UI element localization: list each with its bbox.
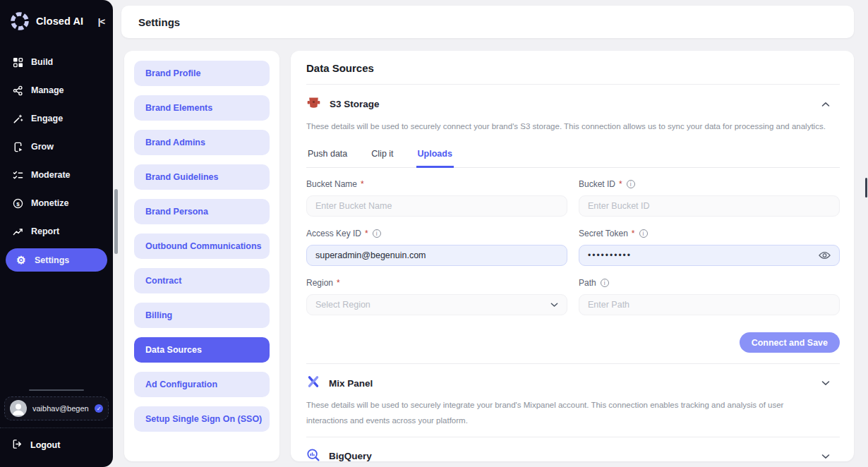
mixpanel-section-header: Mix Panel xyxy=(306,375,840,392)
settings-nav-label: Outbound Communications xyxy=(145,241,262,251)
bucket-name-field: Bucket Name* xyxy=(306,172,567,217)
settings-nav: Brand Profile Brand Elements Brand Admin… xyxy=(124,51,279,461)
required-mark: * xyxy=(337,278,340,288)
section-title: Data Sources xyxy=(306,62,840,74)
sidebar-item-moderate[interactable]: Moderate xyxy=(0,161,113,189)
tab-uploads[interactable]: Uploads xyxy=(416,143,454,168)
sidebar-item-label: Grow xyxy=(31,142,54,152)
settings-nav-label: Brand Guidelines xyxy=(145,172,219,182)
app-sidebar: Closed AI |< Build Manage Engage Grow Mo… xyxy=(0,0,113,467)
settings-nav-item-outbound-communications[interactable]: Outbound Communications xyxy=(134,233,270,259)
user-account-card[interactable]: vaibhav@begenu... xyxy=(4,396,109,420)
access-key-field: Access Key ID* xyxy=(306,222,567,266)
s3-section-header: S3 Storage xyxy=(306,95,840,113)
sidebar-item-engage[interactable]: Engage xyxy=(0,104,113,133)
logout-label: Logout xyxy=(30,440,60,450)
grid-icon xyxy=(12,56,23,68)
settings-nav-item-brand-admins[interactable]: Brand Admins xyxy=(134,130,270,155)
avatar xyxy=(10,400,27,417)
settings-nav-item-sso[interactable]: Setup Single Sign On (SSO) xyxy=(134,406,270,432)
page-scrollbar-thumb[interactable] xyxy=(114,189,118,254)
settings-nav-item-brand-profile[interactable]: Brand Profile xyxy=(134,61,270,86)
bucket-name-input[interactable] xyxy=(306,195,567,217)
sidebar-item-label: Build xyxy=(31,57,53,67)
mixpanel-description: These details will be used to securely i… xyxy=(306,398,821,428)
bucket-id-input[interactable] xyxy=(579,195,840,217)
settings-nav-item-brand-elements[interactable]: Brand Elements xyxy=(134,95,270,121)
masked-password: •••••••••• xyxy=(588,250,632,260)
access-key-label: Access Key ID* xyxy=(306,229,567,238)
settings-nav-label: Brand Persona xyxy=(145,207,208,217)
sidebar-footer: vaibhav@begenu... Logout xyxy=(0,389,113,467)
share-nodes-icon xyxy=(12,85,23,96)
info-icon[interactable] xyxy=(627,180,635,188)
mixpanel-section-title: Mix Panel xyxy=(329,378,373,389)
bucket-id-field: Bucket ID* xyxy=(579,172,840,217)
settings-nav-item-data-sources[interactable]: Data Sources xyxy=(134,337,270,363)
svg-text:$: $ xyxy=(16,200,20,207)
logout-button[interactable]: Logout xyxy=(0,428,113,461)
brand-logo-icon xyxy=(9,11,30,32)
field-label-text: Bucket ID xyxy=(579,179,615,189)
magic-wand-icon xyxy=(12,113,23,124)
user-email: vaibhav@begenu... xyxy=(32,404,89,413)
checklist-icon xyxy=(12,169,23,181)
tab-clip-it[interactable]: Clip it xyxy=(370,143,394,167)
expand-section-chevron-down-icon[interactable] xyxy=(821,380,830,386)
path-label: Path xyxy=(579,278,840,288)
window-scrollbar-thumb[interactable] xyxy=(865,178,867,198)
region-field: Region* Select Region xyxy=(306,271,567,315)
sidebar-item-label: Monetize xyxy=(31,198,68,208)
chevron-down-icon xyxy=(550,302,558,308)
info-icon[interactable] xyxy=(601,279,609,287)
settings-nav-item-brand-persona[interactable]: Brand Persona xyxy=(134,199,270,224)
sidebar-item-label: Engage xyxy=(31,114,63,123)
required-mark: * xyxy=(619,179,622,189)
sidebar-item-manage[interactable]: Manage xyxy=(0,76,113,104)
required-mark: * xyxy=(365,229,368,238)
sidebar-item-label: Manage xyxy=(31,85,64,95)
field-label-text: Bucket Name xyxy=(306,179,357,189)
settings-nav-label: Contract xyxy=(145,276,181,286)
expand-section-chevron-down-icon[interactable] xyxy=(821,454,830,459)
sidebar-item-monetize[interactable]: $ Monetize xyxy=(0,189,113,217)
settings-nav-label: Brand Elements xyxy=(145,103,212,113)
dollar-circle-icon: $ xyxy=(12,198,23,209)
info-icon[interactable] xyxy=(373,229,381,238)
secret-token-input[interactable]: •••••••••• xyxy=(579,245,840,266)
s3-form: Bucket Name* Bucket ID* Access Key ID* S… xyxy=(306,172,840,320)
settings-nav-item-brand-guidelines[interactable]: Brand Guidelines xyxy=(134,164,270,190)
primary-nav: Build Manage Engage Grow Moderate $ Mone… xyxy=(0,42,113,274)
bucket-id-label: Bucket ID* xyxy=(579,179,840,189)
connect-and-save-button[interactable]: Connect and Save xyxy=(740,332,840,353)
settings-nav-label: Brand Profile xyxy=(145,68,201,78)
tab-push-data[interactable]: Push data xyxy=(306,143,349,167)
s3-bucket-icon xyxy=(306,95,321,113)
collapse-section-chevron-up-icon[interactable] xyxy=(821,102,830,107)
sidebar-item-settings[interactable]: ⚙ Settings xyxy=(6,248,107,272)
data-sources-panel: Data Sources S3 Storage These details wi… xyxy=(291,51,854,461)
path-input[interactable] xyxy=(579,294,840,315)
select-placeholder: Select Region xyxy=(315,300,370,310)
field-label-text: Region xyxy=(306,278,333,288)
settings-nav-label: Setup Single Sign On (SSO) xyxy=(145,414,262,424)
field-label-text: Secret Token xyxy=(579,229,628,238)
sidebar-item-grow[interactable]: Grow xyxy=(0,133,113,161)
collapse-sidebar-icon[interactable]: |< xyxy=(98,16,104,27)
form-actions: Connect and Save xyxy=(306,332,840,353)
field-label-text: Path xyxy=(579,278,596,288)
settings-nav-label: Brand Admins xyxy=(145,138,205,147)
sidebar-item-build[interactable]: Build xyxy=(0,48,113,76)
settings-nav-label: Data Sources xyxy=(145,345,202,355)
access-key-input[interactable] xyxy=(306,245,567,266)
secret-token-field: Secret Token* •••••••••• xyxy=(579,222,840,266)
info-icon[interactable] xyxy=(639,229,648,238)
sidebar-item-report[interactable]: Report xyxy=(0,217,113,245)
settings-nav-item-contract[interactable]: Contract xyxy=(134,268,270,293)
s3-description: These details will be used to securely c… xyxy=(306,119,840,134)
show-password-eye-icon[interactable] xyxy=(819,251,831,260)
settings-nav-item-billing[interactable]: Billing xyxy=(134,303,270,328)
region-select[interactable]: Select Region xyxy=(306,294,567,315)
settings-nav-item-ad-configuration[interactable]: Ad Configuration xyxy=(134,372,270,397)
verified-badge-icon xyxy=(95,404,103,413)
